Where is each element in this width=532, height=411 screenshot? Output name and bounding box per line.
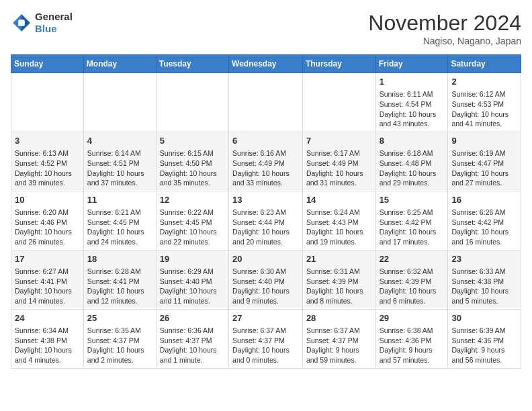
header-day-wednesday: Wednesday	[229, 55, 303, 73]
day-number: 15	[380, 194, 445, 206]
day-number: 9	[451, 135, 517, 147]
cell-content: Sunrise: 6:28 AM Sunset: 4:41 PM Dayligh…	[87, 267, 152, 306]
day-number: 21	[306, 253, 372, 265]
calendar-body: 1Sunrise: 6:11 AM Sunset: 4:54 PM Daylig…	[11, 73, 521, 369]
day-number: 6	[232, 135, 299, 147]
calendar-cell: 5Sunrise: 6:15 AM Sunset: 4:50 PM Daylig…	[156, 132, 228, 191]
calendar-cell: 27Sunrise: 6:37 AM Sunset: 4:37 PM Dayli…	[229, 309, 303, 368]
calendar-cell: 19Sunrise: 6:29 AM Sunset: 4:40 PM Dayli…	[156, 250, 228, 309]
calendar-cell: 21Sunrise: 6:31 AM Sunset: 4:39 PM Dayli…	[302, 250, 375, 309]
cell-content: Sunrise: 6:24 AM Sunset: 4:43 PM Dayligh…	[306, 208, 372, 247]
calendar-cell: 15Sunrise: 6:25 AM Sunset: 4:42 PM Dayli…	[375, 191, 448, 250]
header-day-sunday: Sunday	[11, 55, 84, 73]
day-number: 4	[87, 135, 152, 147]
calendar-table: SundayMondayTuesdayWednesdayThursdayFrid…	[11, 54, 521, 369]
cell-content: Sunrise: 6:35 AM Sunset: 4:37 PM Dayligh…	[87, 326, 152, 365]
week-row-0: 1Sunrise: 6:11 AM Sunset: 4:54 PM Daylig…	[11, 73, 521, 132]
header-row: SundayMondayTuesdayWednesdayThursdayFrid…	[11, 55, 521, 73]
cell-content: Sunrise: 6:39 AM Sunset: 4:36 PM Dayligh…	[451, 326, 517, 365]
logo-icon	[11, 12, 32, 34]
day-number: 3	[15, 135, 80, 147]
calendar-cell: 16Sunrise: 6:26 AM Sunset: 4:42 PM Dayli…	[448, 191, 521, 250]
day-number: 1	[380, 76, 445, 88]
svg-rect-2	[18, 19, 25, 26]
calendar-cell: 14Sunrise: 6:24 AM Sunset: 4:43 PM Dayli…	[302, 191, 375, 250]
day-number: 10	[15, 194, 80, 206]
day-number: 14	[306, 194, 372, 206]
cell-content: Sunrise: 6:29 AM Sunset: 4:40 PM Dayligh…	[160, 267, 225, 306]
day-number: 30	[451, 312, 517, 324]
day-number: 13	[232, 194, 299, 206]
cell-content: Sunrise: 6:23 AM Sunset: 4:44 PM Dayligh…	[232, 208, 299, 247]
cell-content: Sunrise: 6:36 AM Sunset: 4:37 PM Dayligh…	[160, 326, 225, 365]
calendar-cell: 25Sunrise: 6:35 AM Sunset: 4:37 PM Dayli…	[83, 309, 156, 368]
day-number: 2	[451, 76, 517, 88]
cell-content: Sunrise: 6:33 AM Sunset: 4:38 PM Dayligh…	[451, 267, 517, 306]
day-number: 11	[87, 194, 152, 206]
cell-content: Sunrise: 6:20 AM Sunset: 4:46 PM Dayligh…	[15, 208, 80, 247]
logo-general: General	[35, 11, 73, 22]
calendar-cell: 30Sunrise: 6:39 AM Sunset: 4:36 PM Dayli…	[448, 309, 521, 368]
calendar-cell: 17Sunrise: 6:27 AM Sunset: 4:41 PM Dayli…	[11, 250, 84, 309]
calendar-cell: 6Sunrise: 6:16 AM Sunset: 4:49 PM Daylig…	[229, 132, 303, 191]
title-block: November 2024 Nagiso, Nagano, Japan	[368, 11, 521, 46]
calendar-cell: 28Sunrise: 6:37 AM Sunset: 4:37 PM Dayli…	[302, 309, 375, 368]
calendar-cell: 18Sunrise: 6:28 AM Sunset: 4:41 PM Dayli…	[83, 250, 156, 309]
calendar-cell	[156, 73, 228, 132]
cell-content: Sunrise: 6:12 AM Sunset: 4:53 PM Dayligh…	[451, 89, 517, 129]
calendar-cell	[11, 73, 84, 132]
day-number: 28	[306, 312, 372, 324]
cell-content: Sunrise: 6:13 AM Sunset: 4:52 PM Dayligh…	[15, 148, 80, 188]
cell-content: Sunrise: 6:37 AM Sunset: 4:37 PM Dayligh…	[306, 326, 372, 365]
cell-content: Sunrise: 6:26 AM Sunset: 4:42 PM Dayligh…	[451, 208, 517, 247]
cell-content: Sunrise: 6:30 AM Sunset: 4:40 PM Dayligh…	[232, 267, 299, 306]
day-number: 5	[160, 135, 225, 147]
calendar-cell: 2Sunrise: 6:12 AM Sunset: 4:53 PM Daylig…	[448, 73, 521, 132]
calendar-cell: 8Sunrise: 6:18 AM Sunset: 4:48 PM Daylig…	[375, 132, 448, 191]
logo: General Blue	[11, 11, 73, 35]
calendar-cell: 20Sunrise: 6:30 AM Sunset: 4:40 PM Dayli…	[229, 250, 303, 309]
calendar-cell: 9Sunrise: 6:19 AM Sunset: 4:47 PM Daylig…	[448, 132, 521, 191]
cell-content: Sunrise: 6:18 AM Sunset: 4:48 PM Dayligh…	[380, 148, 445, 188]
calendar-cell: 3Sunrise: 6:13 AM Sunset: 4:52 PM Daylig…	[11, 132, 84, 191]
calendar-cell	[83, 73, 156, 132]
calendar-cell: 12Sunrise: 6:22 AM Sunset: 4:45 PM Dayli…	[156, 191, 228, 250]
header-day-monday: Monday	[83, 55, 156, 73]
calendar-cell: 23Sunrise: 6:33 AM Sunset: 4:38 PM Dayli…	[448, 250, 521, 309]
day-number: 27	[232, 312, 299, 324]
logo-blue: Blue	[35, 23, 57, 34]
calendar-cell: 22Sunrise: 6:32 AM Sunset: 4:39 PM Dayli…	[375, 250, 448, 309]
month-title: November 2024	[368, 11, 521, 36]
header-day-tuesday: Tuesday	[156, 55, 228, 73]
calendar-cell	[302, 73, 375, 132]
day-number: 7	[306, 135, 372, 147]
day-number: 20	[232, 253, 299, 265]
day-number: 12	[160, 194, 225, 206]
day-number: 26	[160, 312, 225, 324]
day-number: 23	[451, 253, 517, 265]
calendar-cell: 1Sunrise: 6:11 AM Sunset: 4:54 PM Daylig…	[375, 73, 448, 132]
week-row-2: 10Sunrise: 6:20 AM Sunset: 4:46 PM Dayli…	[11, 191, 521, 250]
cell-content: Sunrise: 6:17 AM Sunset: 4:49 PM Dayligh…	[306, 148, 372, 188]
day-number: 8	[380, 135, 445, 147]
week-row-4: 24Sunrise: 6:34 AM Sunset: 4:38 PM Dayli…	[11, 309, 521, 368]
cell-content: Sunrise: 6:25 AM Sunset: 4:42 PM Dayligh…	[380, 208, 445, 247]
header-day-saturday: Saturday	[448, 55, 521, 73]
calendar-cell	[229, 73, 303, 132]
cell-content: Sunrise: 6:14 AM Sunset: 4:51 PM Dayligh…	[87, 148, 152, 188]
cell-content: Sunrise: 6:38 AM Sunset: 4:36 PM Dayligh…	[380, 326, 445, 365]
calendar-cell: 26Sunrise: 6:36 AM Sunset: 4:37 PM Dayli…	[156, 309, 228, 368]
cell-content: Sunrise: 6:27 AM Sunset: 4:41 PM Dayligh…	[15, 267, 80, 306]
calendar-cell: 4Sunrise: 6:14 AM Sunset: 4:51 PM Daylig…	[83, 132, 156, 191]
day-number: 25	[87, 312, 152, 324]
cell-content: Sunrise: 6:34 AM Sunset: 4:38 PM Dayligh…	[15, 326, 80, 365]
day-number: 18	[87, 253, 152, 265]
header-day-thursday: Thursday	[302, 55, 375, 73]
cell-content: Sunrise: 6:22 AM Sunset: 4:45 PM Dayligh…	[160, 208, 225, 247]
cell-content: Sunrise: 6:11 AM Sunset: 4:54 PM Dayligh…	[380, 89, 445, 129]
calendar-cell: 7Sunrise: 6:17 AM Sunset: 4:49 PM Daylig…	[302, 132, 375, 191]
calendar-cell: 10Sunrise: 6:20 AM Sunset: 4:46 PM Dayli…	[11, 191, 84, 250]
header-day-friday: Friday	[375, 55, 448, 73]
cell-content: Sunrise: 6:31 AM Sunset: 4:39 PM Dayligh…	[306, 267, 372, 306]
page-header: General Blue November 2024 Nagiso, Nagan…	[11, 11, 521, 46]
